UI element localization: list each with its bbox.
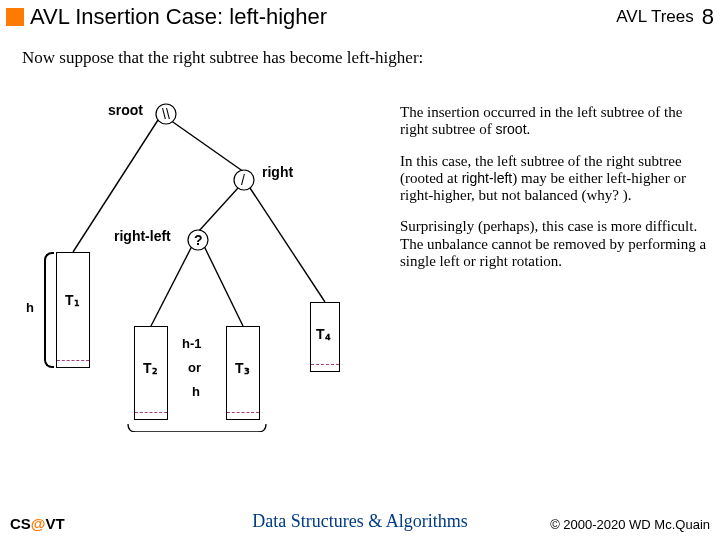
sroot-balance: \\: [162, 106, 170, 122]
topic-label: AVL Trees: [616, 7, 693, 27]
brace-h: [44, 252, 54, 368]
svg-line-2: [198, 188, 238, 232]
h2-label: h: [192, 384, 200, 399]
intro-text: Now suppose that the right subtree has b…: [0, 32, 720, 68]
right-left-label: right-left: [114, 228, 171, 244]
t3-label: T₃: [235, 360, 250, 376]
p1a: The insertion occurred in the left subtr…: [400, 104, 682, 137]
t2-label: T₂: [143, 360, 158, 376]
tree-diagram: sroot \\ right / right-left ? h T₁ T₂ T₃…: [10, 92, 390, 432]
right-balance: /: [241, 172, 245, 188]
paragraph-1: The insertion occurred in the left subtr…: [400, 104, 710, 139]
slide-title: AVL Insertion Case: left-higher: [30, 4, 327, 30]
page-number: 8: [702, 4, 714, 30]
sroot-label: sroot: [108, 102, 143, 118]
paragraph-3: Surprisingly (perhaps), this case is mor…: [400, 218, 710, 270]
h-minus-1-label: h-1: [182, 336, 202, 351]
svg-line-4: [151, 246, 192, 326]
svg-line-5: [204, 246, 243, 326]
p2b-tt: right-left: [462, 170, 513, 186]
t4-label: T₄: [316, 326, 331, 342]
right-left-balance: ?: [194, 232, 203, 248]
body-text: The insertion occurred in the left subtr…: [400, 104, 710, 284]
footer: CS@VT Data Structures & Algorithms © 200…: [0, 515, 720, 534]
subtree-t1: [56, 252, 90, 368]
p1b-tt: sroot: [495, 121, 526, 137]
t1-label: T₁: [65, 292, 80, 308]
footer-center: Data Structures & Algorithms: [0, 511, 720, 532]
p1c: .: [527, 121, 531, 137]
paragraph-2: In this case, the left subtree of the ri…: [400, 153, 710, 205]
right-label: right: [262, 164, 293, 180]
brand-square: [6, 8, 24, 26]
svg-line-3: [250, 188, 325, 302]
h-label: h: [26, 300, 34, 315]
svg-line-1: [170, 120, 244, 172]
or-label: or: [188, 360, 201, 375]
